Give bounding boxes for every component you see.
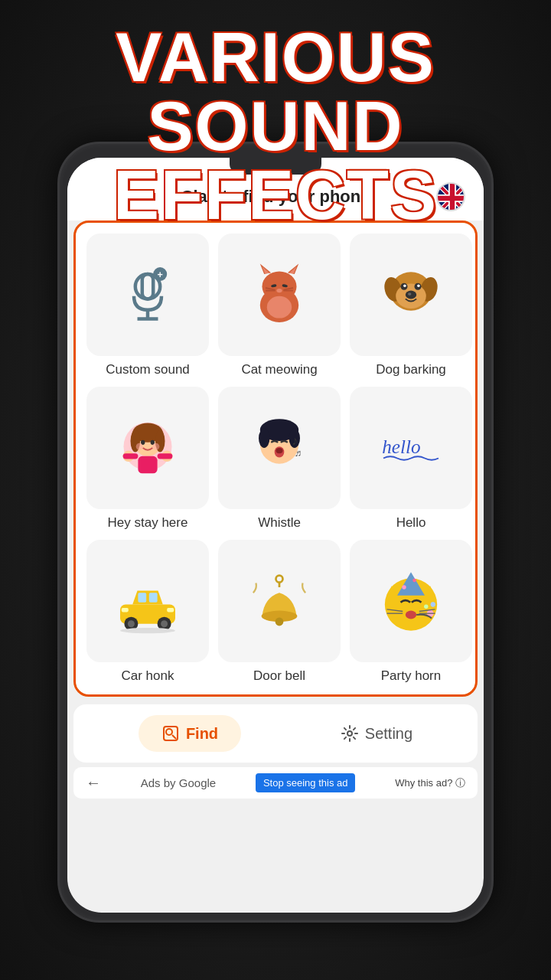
svg-point-78 bbox=[431, 602, 435, 606]
setting-button[interactable]: Setting bbox=[341, 724, 412, 743]
sound-item-party-horn[interactable]: Party horn bbox=[350, 540, 472, 684]
whistle-icon: ♪ ♬ bbox=[218, 387, 341, 509]
hey-stay-here-icon bbox=[86, 387, 209, 509]
sound-grid-wrapper: + Custom sound bbox=[73, 220, 478, 697]
svg-rect-57 bbox=[138, 593, 146, 603]
svg-point-20 bbox=[267, 296, 292, 318]
custom-sound-icon: + bbox=[86, 234, 209, 356]
setting-label: Setting bbox=[365, 725, 412, 743]
car-honk-label: Car honk bbox=[122, 668, 174, 684]
svg-point-15 bbox=[276, 289, 282, 292]
sound-item-car-honk[interactable]: Car honk bbox=[86, 540, 209, 684]
svg-point-38 bbox=[136, 443, 143, 450]
svg-text:♬: ♬ bbox=[295, 448, 302, 459]
svg-point-72 bbox=[402, 585, 406, 589]
ad-back-arrow[interactable]: ← bbox=[86, 774, 101, 792]
hello-icon: hello bbox=[350, 387, 472, 509]
svg-point-79 bbox=[424, 605, 428, 609]
svg-rect-63 bbox=[122, 608, 129, 612]
whistle-label: Whistle bbox=[258, 515, 301, 531]
svg-point-87 bbox=[347, 731, 352, 736]
svg-point-76 bbox=[406, 611, 416, 619]
svg-point-60 bbox=[128, 620, 135, 627]
svg-point-73 bbox=[412, 579, 416, 583]
party-horn-icon bbox=[350, 540, 472, 662]
svg-point-27 bbox=[403, 285, 406, 288]
svg-line-86 bbox=[172, 735, 176, 739]
bottom-nav: Find Setting bbox=[73, 704, 478, 763]
door-bell-icon bbox=[218, 540, 341, 662]
svg-point-85 bbox=[166, 729, 172, 735]
header-line2: SOUND EFFECTS bbox=[0, 92, 551, 230]
phone-frame: Clap to find your phone bbox=[57, 142, 494, 923]
cat-meowing-icon bbox=[218, 234, 341, 356]
svg-point-69 bbox=[276, 618, 284, 626]
sound-grid: + Custom sound bbox=[86, 234, 465, 684]
svg-rect-43 bbox=[123, 453, 139, 459]
svg-point-28 bbox=[417, 285, 420, 288]
svg-rect-44 bbox=[158, 453, 173, 459]
dog-barking-icon bbox=[350, 234, 472, 356]
door-bell-label: Door bell bbox=[253, 668, 305, 684]
car-honk-icon bbox=[86, 540, 209, 662]
svg-point-30 bbox=[408, 292, 412, 296]
find-label: Find bbox=[186, 725, 218, 743]
setting-icon bbox=[341, 724, 359, 743]
header-section: VARIOUS SOUND EFFECTS bbox=[0, 23, 551, 230]
svg-text:+: + bbox=[158, 270, 163, 280]
dog-barking-label: Dog barking bbox=[376, 362, 446, 377]
svg-rect-64 bbox=[167, 608, 174, 612]
svg-point-39 bbox=[152, 443, 159, 450]
hello-label: Hello bbox=[396, 515, 426, 531]
svg-text:hello: hello bbox=[382, 436, 420, 457]
svg-text:♪: ♪ bbox=[292, 433, 298, 447]
sound-item-whistle[interactable]: ♪ ♬ Whistle bbox=[218, 387, 341, 531]
svg-point-47 bbox=[259, 429, 269, 448]
sound-item-custom-sound[interactable]: + Custom sound bbox=[86, 234, 209, 377]
sound-item-hello[interactable]: hello Hello bbox=[350, 387, 472, 531]
ads-by-google: Ads by Google bbox=[141, 776, 216, 789]
cat-meowing-label: Cat meowing bbox=[241, 362, 317, 377]
why-this-ad[interactable]: Why this ad? ⓘ bbox=[395, 776, 465, 790]
sound-item-cat-meowing[interactable]: Cat meowing bbox=[218, 234, 341, 377]
ad-bar: ← Ads by Google Stop seeing this ad Why … bbox=[73, 767, 478, 799]
sound-item-door-bell[interactable]: Door bell bbox=[218, 540, 341, 684]
svg-rect-42 bbox=[138, 456, 157, 474]
party-horn-label: Party horn bbox=[381, 668, 441, 684]
custom-sound-label: Custom sound bbox=[106, 362, 190, 377]
svg-rect-58 bbox=[149, 593, 158, 603]
find-icon bbox=[161, 724, 180, 743]
svg-point-66 bbox=[276, 576, 283, 583]
sound-item-hey-stay-here[interactable]: Hey stay here bbox=[86, 387, 209, 531]
svg-point-62 bbox=[161, 620, 168, 627]
stop-seeing-ad-button[interactable]: Stop seeing this ad bbox=[256, 773, 356, 792]
svg-point-65 bbox=[120, 628, 175, 633]
find-button[interactable]: Find bbox=[139, 715, 241, 752]
hey-stay-here-label: Hey stay here bbox=[108, 515, 188, 531]
sound-item-dog-barking[interactable]: Dog barking bbox=[350, 234, 472, 377]
svg-point-52 bbox=[276, 448, 283, 453]
header-line1: VARIOUS bbox=[0, 23, 551, 92]
svg-rect-2 bbox=[142, 274, 153, 299]
phone-screen: Clap to find your phone bbox=[67, 158, 484, 913]
